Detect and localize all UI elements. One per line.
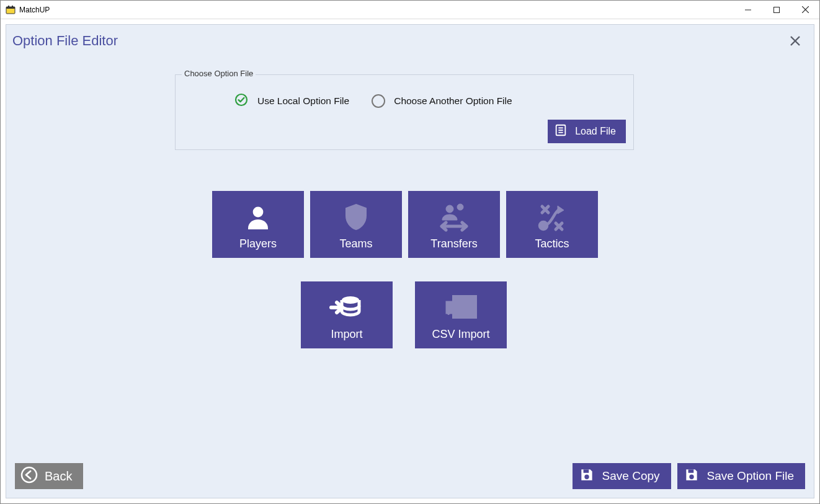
tile-transfers[interactable]: Transfers <box>408 191 500 258</box>
svg-point-31 <box>689 474 693 479</box>
save-copy-label: Save Copy <box>602 469 660 483</box>
content-area: Choose Option File Use Local Option File <box>6 52 814 498</box>
svg-rect-28 <box>583 469 589 472</box>
svg-rect-5 <box>774 7 780 12</box>
close-button[interactable] <box>791 1 819 19</box>
load-file-label: Load File <box>575 126 616 137</box>
back-label: Back <box>45 469 72 484</box>
svg-point-17 <box>457 204 463 210</box>
load-file-button[interactable]: Load File <box>548 120 626 143</box>
tiles-row-2: Import <box>301 281 507 348</box>
client-area: Option File Editor Choose Option File <box>1 19 819 503</box>
tile-csv-import-label: CSV Import <box>432 328 489 341</box>
tile-import-label: Import <box>331 328 362 341</box>
tile-transfers-label: Transfers <box>430 237 477 250</box>
svg-rect-30 <box>688 469 693 472</box>
footer-bar: Back Save Copy Save Option File <box>6 461 814 498</box>
svg-point-19 <box>342 296 359 304</box>
import-icon <box>329 281 364 328</box>
svg-point-27 <box>22 467 37 482</box>
svg-point-29 <box>584 474 589 479</box>
radio-choose-another[interactable]: Choose Another Option File <box>372 94 512 108</box>
minimize-button[interactable] <box>734 1 762 19</box>
radio-checked-icon <box>234 92 249 110</box>
app-window: MatchUP Option File Editor Cho <box>0 0 820 504</box>
tile-tactics[interactable]: Tactics <box>506 191 598 258</box>
editor-panel: Option File Editor Choose Option File <box>6 24 814 498</box>
tile-players[interactable]: Players <box>212 191 304 258</box>
spreadsheet-icon <box>443 281 478 328</box>
tile-teams[interactable]: Teams <box>310 191 402 258</box>
svg-point-18 <box>540 222 547 229</box>
svg-point-16 <box>446 205 453 213</box>
radio-use-local[interactable]: Use Local Option File <box>234 92 349 110</box>
svg-rect-2 <box>8 6 9 7</box>
transfers-icon <box>437 191 471 237</box>
panel-header: Option File Editor <box>6 25 814 52</box>
document-list-icon <box>554 123 568 139</box>
radio-row: Use Local Option File Choose Another Opt… <box>176 75 633 110</box>
tile-tactics-label: Tactics <box>535 237 569 250</box>
radio-unchecked-icon <box>372 94 385 108</box>
save-icon <box>684 467 700 486</box>
save-option-file-button[interactable]: Save Option File <box>677 463 805 489</box>
titlebar: MatchUP <box>1 1 819 19</box>
shield-icon <box>341 191 371 237</box>
radio-local-label: Use Local Option File <box>257 95 349 107</box>
window-controls <box>734 1 819 19</box>
choose-option-file-group: Choose Option File Use Local Option File <box>175 74 634 150</box>
back-button[interactable]: Back <box>15 463 83 489</box>
save-icon <box>579 467 595 486</box>
svg-rect-1 <box>6 7 15 9</box>
tile-csv-import[interactable]: CSV Import <box>415 281 507 348</box>
svg-rect-3 <box>12 6 13 7</box>
save-option-label: Save Option File <box>707 469 794 483</box>
tiles-row-1: Players Teams <box>212 191 598 258</box>
save-copy-button[interactable]: Save Copy <box>573 463 671 489</box>
group-label: Choose Option File <box>182 69 256 78</box>
person-icon <box>243 191 273 237</box>
panel-close-button[interactable] <box>787 32 804 50</box>
app-icon <box>6 5 16 15</box>
tile-teams-label: Teams <box>339 237 372 250</box>
maximize-button[interactable] <box>762 1 791 19</box>
page-title: Option File Editor <box>12 33 118 49</box>
app-title: MatchUP <box>19 6 50 14</box>
arrow-left-circle-icon <box>20 466 38 487</box>
radio-another-label: Choose Another Option File <box>394 95 512 107</box>
tile-players-label: Players <box>239 237 277 250</box>
tile-import[interactable]: Import <box>301 281 393 348</box>
svg-point-15 <box>253 206 264 217</box>
tactics-icon <box>535 191 569 237</box>
